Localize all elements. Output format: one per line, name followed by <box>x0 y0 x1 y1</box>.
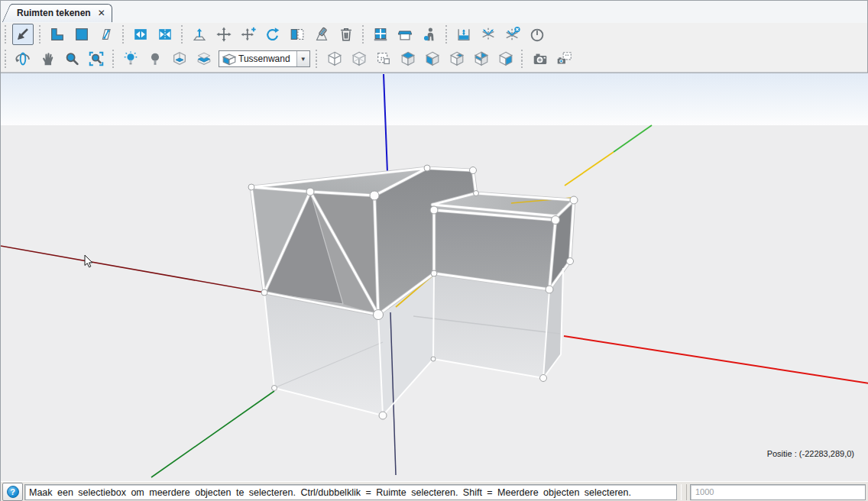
toolbar-view-tools: Tussenwand▼ <box>1 46 867 73</box>
view-right-button[interactable] <box>495 48 517 69</box>
view-back-top-icon <box>449 50 465 67</box>
draw-room-corner-button[interactable] <box>47 24 68 45</box>
light-on-button[interactable] <box>120 48 141 69</box>
zoom-extents-button[interactable] <box>86 48 107 69</box>
scene-3d-view[interactable] <box>1 73 868 481</box>
split-wall-icon <box>289 26 306 43</box>
orbit-view-icon <box>15 50 31 67</box>
lift-object-button[interactable] <box>189 24 210 45</box>
view-right-icon <box>497 50 514 67</box>
timer-icon <box>529 26 546 43</box>
toolbar-draw-tools <box>1 23 867 46</box>
wall-type-combobox[interactable]: Tussenwand▼ <box>219 50 310 67</box>
tab-ruimten-tekenen[interactable]: Ruimten tekenen✕ <box>11 4 112 22</box>
select-tool-button[interactable] <box>12 24 34 45</box>
snap-axes-icon <box>480 26 497 43</box>
move-snap-button[interactable] <box>238 24 259 45</box>
move-snap-icon <box>240 26 257 43</box>
status-bar: ? Maak een selectiebox om meerdere objec… <box>1 481 868 501</box>
view-isometric-hidden-button[interactable] <box>348 48 370 69</box>
fill-level-icon <box>455 26 472 43</box>
view-interior-button[interactable] <box>471 48 492 69</box>
show-layers-button[interactable] <box>193 48 215 69</box>
toolbar-grip <box>316 50 318 68</box>
erase-segment-button[interactable] <box>311 24 332 45</box>
select-tool-icon <box>15 26 31 43</box>
help-button[interactable]: ? <box>2 483 23 501</box>
orbit-view-button[interactable] <box>12 48 34 69</box>
snapshot-plan-icon <box>556 50 573 67</box>
rotate-object-button[interactable] <box>262 24 283 45</box>
timer-button[interactable] <box>526 24 548 45</box>
tab-label: Ruimten tekenen <box>17 8 91 18</box>
show-layers-icon <box>196 50 212 67</box>
wall-type-cube-icon <box>222 53 237 65</box>
insert-awning-icon <box>397 26 413 43</box>
tab-bar: Ruimten tekenen✕ <box>1 1 867 23</box>
toolbar-grip <box>4 50 6 68</box>
light-off-button[interactable] <box>144 48 166 69</box>
insert-person-button[interactable] <box>419 24 440 45</box>
show-interior-button[interactable] <box>169 48 190 69</box>
snap-axes-cancel-button[interactable] <box>502 24 523 45</box>
toolbar-grip <box>180 25 183 44</box>
view-isometric-icon <box>326 50 343 67</box>
zoom-extents-icon <box>88 50 105 67</box>
zoom-view-button[interactable] <box>61 48 83 69</box>
shrink-horizontal-icon <box>157 26 173 43</box>
snap-axes-button[interactable] <box>478 24 499 45</box>
statusbar-divider <box>681 484 687 500</box>
insert-person-icon <box>421 26 438 43</box>
move-object-icon <box>215 26 232 43</box>
toolbar-grip <box>38 25 40 44</box>
rotate-object-icon <box>264 26 281 43</box>
toolbar-grip <box>4 25 6 44</box>
insert-window-icon <box>372 26 389 43</box>
wall-type-dropdown-button[interactable]: ▼ <box>296 51 309 66</box>
view-back-top-button[interactable] <box>446 48 468 69</box>
move-object-button[interactable] <box>213 24 235 45</box>
delete-object-button[interactable] <box>335 24 357 45</box>
zoom-view-icon <box>63 50 80 67</box>
view-interior-icon <box>473 50 490 67</box>
position-readout: Positie : (-22283,289,0) <box>767 449 854 458</box>
view-top-button[interactable] <box>397 48 419 69</box>
toolbar-grip <box>361 25 364 44</box>
view-plan-icon <box>375 50 392 67</box>
light-on-icon <box>122 50 139 67</box>
light-off-icon <box>147 50 164 67</box>
fill-level-button[interactable] <box>453 24 474 45</box>
application-window: Ruimten tekenen✕ Tussenwand▼ <box>0 0 868 501</box>
snapshot-plan-button[interactable] <box>554 48 575 69</box>
toolbar-grip <box>112 50 114 68</box>
view-isometric-button[interactable] <box>324 48 345 69</box>
draw-wall-icon <box>98 26 115 43</box>
help-icon: ? <box>7 486 19 498</box>
snapshot-icon <box>532 50 549 67</box>
snapshot-button[interactable] <box>530 48 551 69</box>
draw-room-rect-button[interactable] <box>71 24 92 45</box>
wall-type-value: Tussenwand <box>238 53 296 64</box>
insert-window-button[interactable] <box>370 24 391 45</box>
show-interior-icon <box>171 50 188 67</box>
stretch-horizontal-button[interactable] <box>130 24 151 45</box>
tab-close-icon[interactable]: ✕ <box>98 8 105 18</box>
erase-segment-icon <box>313 26 330 43</box>
view-plan-button[interactable] <box>373 48 394 69</box>
shrink-horizontal-button[interactable] <box>154 24 176 45</box>
pan-view-icon <box>39 50 56 67</box>
split-wall-button[interactable] <box>287 24 308 45</box>
draw-room-corner-icon <box>49 26 66 43</box>
delete-object-icon <box>338 26 355 43</box>
viewport-3d[interactable]: Positie : (-22283,289,0) <box>1 73 868 481</box>
status-message: Maak een selectiebox om meerdere objecte… <box>24 484 677 500</box>
toolbar-grip <box>521 50 523 68</box>
stretch-horizontal-icon <box>132 26 149 43</box>
pan-view-button[interactable] <box>37 48 58 69</box>
draw-room-rect-icon <box>73 26 90 43</box>
lift-object-icon <box>191 26 208 43</box>
insert-awning-button[interactable] <box>394 24 416 45</box>
view-front-left-button[interactable] <box>422 48 443 69</box>
draw-wall-button[interactable] <box>96 24 117 45</box>
measure-value-field[interactable]: 1000 <box>690 484 866 500</box>
